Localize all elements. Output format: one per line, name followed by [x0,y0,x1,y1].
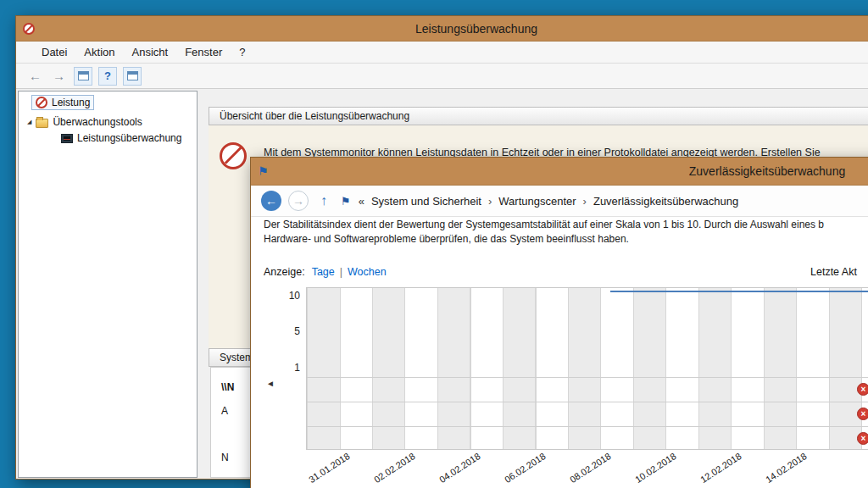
overview-section-header: Übersicht über die Leistungsüberwachung [209,107,868,125]
menu-datei[interactable]: Datei [33,42,75,62]
system-row-fragment: N [221,452,229,463]
perfmon-window-title: Leistungsüberwachung [16,22,868,36]
tree-item-label: Leistung [52,97,90,108]
tree-item-leistung[interactable]: Leistung [31,95,94,110]
x-axis-date-label: 10.02.2018 [633,451,678,485]
perfmon-toolbar: ← → ? [16,64,868,89]
view-days-link[interactable]: Tage [312,266,335,278]
x-axis-date-label: 12.02.2018 [698,451,743,485]
chart-scroll-left-button[interactable]: ◄ [266,379,275,388]
folder-icon [36,119,48,128]
reliability-chart[interactable]: × × × [306,287,868,450]
stability-index-line [610,291,868,292]
menu-fenster[interactable]: Fenster [176,42,231,62]
system-row-fragment: A [221,405,228,417]
intro-text-line2: Hardware- und Softwareprobleme überprüfe… [264,233,629,245]
tree-item-label: Überwachungstools [53,116,142,128]
menu-aktion[interactable]: Aktion [75,42,123,62]
perfmon-overview-icon [220,142,247,169]
console-tree-pane: Leistung ◢ Überwachungstools Leistungsüb… [18,91,198,478]
error-badge-icon[interactable]: × [857,432,868,445]
tree-expander-icon[interactable]: ◢ [27,119,31,125]
toolbar-back-icon[interactable]: ← [26,69,44,83]
error-badge-icon[interactable]: × [857,383,868,396]
x-axis-date-label: 31.01.2018 [307,451,352,485]
relmon-window: ⚑ Zuverlässigkeitsüberwachung ← → ↑ ⚑ «S… [250,157,868,488]
x-axis-date-label: 08.02.2018 [568,451,613,485]
breadcrumb-item-system-und-sicherheit[interactable]: System und Sicherheit [371,195,481,208]
toolbar-new-window-button[interactable] [123,67,142,86]
y-axis-tick-1: 1 [276,362,300,374]
nav-back-button[interactable]: ← [261,191,281,211]
breadcrumb-separator-icon: › [583,195,587,208]
system-header-label: System [220,352,253,363]
breadcrumb-overflow-icon[interactable]: « [359,195,364,208]
chart-window-icon [127,71,138,80]
error-badge-icon[interactable]: × [857,408,868,420]
view-label: Anzeige: [264,266,305,278]
x-axis-date-label: 04.02.2018 [437,451,482,485]
nav-up-button[interactable]: ↑ [320,193,327,208]
tree-item-leistungsueberwachung[interactable]: Leistungsüberwachung [61,132,181,144]
toolbar-forward-icon[interactable]: → [50,69,68,83]
x-axis-date-label: 06.02.2018 [503,451,548,485]
event-row-windows-failures[interactable] [307,402,868,426]
y-axis-tick-5: 5 [276,325,300,337]
perfmon-menubar: Datei Aktion Ansicht Fenster ? [16,42,868,64]
toolbar-help-button[interactable]: ? [98,67,117,86]
x-axis-date-label: 14.02.2018 [764,451,809,485]
relmon-window-title: Zuverlässigkeitsüberwachung [251,164,868,178]
help-icon: ? [104,69,111,82]
performance-icon [36,97,47,108]
view-separator: | [340,266,342,278]
toolbar-console-tree-button[interactable] [74,67,92,86]
back-arrow-icon: ← [265,194,277,208]
breadcrumb: «System und Sicherheit›Wartungscenter›Zu… [359,195,739,208]
tree-item-ueberwachungstools[interactable]: ◢ Überwachungstools [27,116,142,128]
menu-hilfe[interactable]: ? [231,42,253,62]
breadcrumb-item-wartungscenter[interactable]: Wartungscenter [498,195,576,208]
computer-name-fragment: \\N [221,381,234,393]
tree-item-label: Leistungsüberwachung [77,132,181,144]
overview-header-label: Übersicht über die Leistungsüberwachung [220,110,409,122]
y-axis-tick-10: 10 [276,290,300,302]
breadcrumb-item-zuverlaessigkeitsueberwachung[interactable]: Zuverlässigkeitsüberwachung [593,195,738,208]
console-window-icon [78,71,89,80]
event-row-application-failures[interactable] [307,377,868,402]
monitor-icon [61,134,73,143]
perfmon-titlebar[interactable]: Leistungsüberwachung [16,16,868,42]
menu-ansicht[interactable]: Ansicht [124,42,177,62]
breadcrumb-flag-icon: ⚑ [341,195,351,208]
nav-forward-button[interactable]: → [288,191,309,211]
last-update-label: Letzte Akt [810,266,857,278]
relmon-titlebar[interactable]: ⚑ Zuverlässigkeitsüberwachung [251,158,868,186]
desktop: Leistungsüberwachung Datei Aktion Ansich… [0,0,868,488]
breadcrumb-separator-icon: › [488,195,492,208]
view-weeks-link[interactable]: Wochen [348,266,387,278]
forward-arrow-icon: → [292,194,304,208]
view-switch-row: Anzeige:Tage|Wochen [264,266,387,278]
event-row-misc-failures[interactable] [307,426,868,451]
intro-text-line1: Der Stabilitätsindex dient der Bewertung… [264,219,824,230]
relmon-navbar: ← → ↑ ⚑ «System und Sicherheit›Wartungsc… [251,186,868,217]
x-axis-date-label: 02.02.2018 [372,451,417,485]
